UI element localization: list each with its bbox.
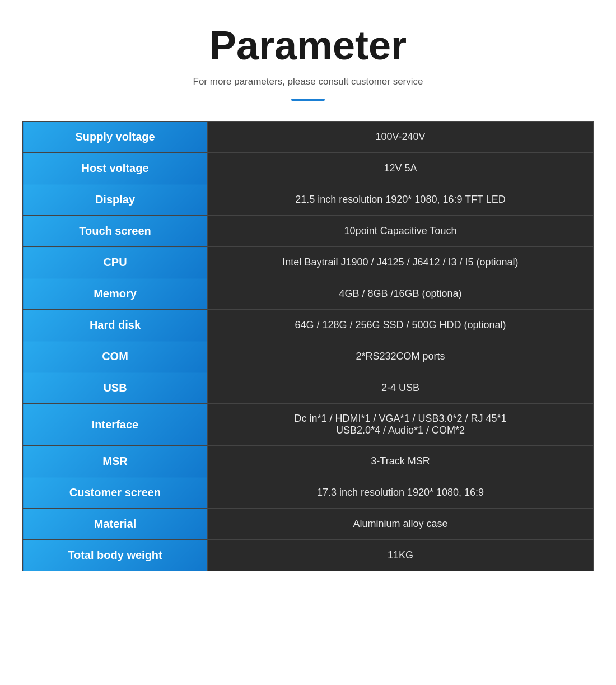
param-value: Aluminium alloy case [208,509,594,540]
param-value: 4GB / 8GB /16GB (optiona) [208,278,594,310]
param-value: 21.5 inch resolution 1920* 1080, 16:9 TF… [208,184,594,216]
param-label: COM [23,341,208,372]
param-label: Supply voltage [23,122,208,153]
param-label: Material [23,509,208,540]
param-value: 12V 5A [208,153,594,184]
table-row: InterfaceDc in*1 / HDMI*1 / VGA*1 / USB3… [23,404,594,446]
divider [291,99,325,101]
table-row: Display21.5 inch resolution 1920* 1080, … [23,184,594,216]
param-label: Touch screen [23,216,208,247]
table-row: Touch screen10point Capacitive Touch [23,216,594,247]
param-value: Dc in*1 / HDMI*1 / VGA*1 / USB3.0*2 / RJ… [208,404,594,446]
table-row: Total body weight11KG [23,540,594,571]
param-label: CPU [23,247,208,278]
table-row: Supply voltage100V-240V [23,122,594,153]
page-title: Parameter [209,22,407,68]
param-label: Customer screen [23,477,208,509]
params-table: Supply voltage100V-240VHost voltage12V 5… [22,121,594,571]
table-row: MSR3-Track MSR [23,446,594,477]
param-value: 3-Track MSR [208,446,594,477]
param-label: Host voltage [23,153,208,184]
table-row: USB2-4 USB [23,372,594,404]
param-value: 64G / 128G / 256G SSD / 500G HDD (option… [208,310,594,341]
table-row: MaterialAluminium alloy case [23,509,594,540]
table-row: Customer screen17.3 inch resolution 1920… [23,477,594,509]
param-value: 2-4 USB [208,372,594,404]
param-label: Memory [23,278,208,310]
table-row: Memory4GB / 8GB /16GB (optiona) [23,278,594,310]
table-row: Hard disk64G / 128G / 256G SSD / 500G HD… [23,310,594,341]
param-value: 17.3 inch resolution 1920* 1080, 16:9 [208,477,594,509]
table-row: COM2*RS232COM ports [23,341,594,372]
page-subtitle: For more parameters, please consult cust… [193,76,423,87]
param-label: Interface [23,404,208,446]
param-value: Intel Baytrail J1900 / J4125 / J6412 / I… [208,247,594,278]
param-label: Display [23,184,208,216]
param-label: USB [23,372,208,404]
param-label: Total body weight [23,540,208,571]
param-value: 2*RS232COM ports [208,341,594,372]
param-label: MSR [23,446,208,477]
param-label: Hard disk [23,310,208,341]
table-row: CPUIntel Baytrail J1900 / J4125 / J6412 … [23,247,594,278]
table-row: Host voltage12V 5A [23,153,594,184]
param-value: 100V-240V [208,122,594,153]
param-value: 10point Capacitive Touch [208,216,594,247]
param-value: 11KG [208,540,594,571]
